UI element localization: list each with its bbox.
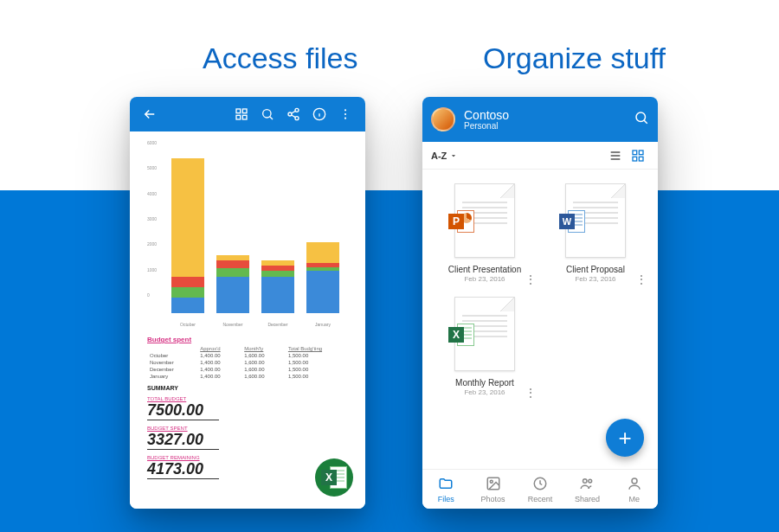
svg-rect-14 bbox=[639, 151, 643, 155]
people-icon bbox=[579, 476, 595, 493]
svg-point-11 bbox=[344, 118, 346, 119]
table-caption: Budget spent bbox=[147, 336, 353, 343]
nav-label: Shared bbox=[575, 495, 600, 503]
svg-point-4 bbox=[263, 110, 271, 118]
table-row: October1,400.001,600.001,500.00 bbox=[147, 352, 353, 359]
file-thumbnail: P bbox=[454, 183, 515, 258]
svg-point-6 bbox=[288, 112, 292, 116]
summary-value: 7500.00 bbox=[147, 401, 219, 420]
nav-recent[interactable]: Recent bbox=[517, 470, 563, 509]
summary-value: 3327.00 bbox=[147, 431, 219, 450]
person-icon bbox=[627, 476, 642, 493]
table-row: December1,400.001,600.001,500.00 bbox=[147, 366, 353, 373]
svg-point-10 bbox=[344, 113, 346, 115]
svg-point-12 bbox=[636, 112, 646, 122]
chart-bar bbox=[306, 242, 339, 313]
nav-label: Recent bbox=[528, 495, 553, 503]
chart-bar bbox=[261, 260, 294, 313]
chart-bar bbox=[171, 158, 204, 313]
budget-table: Approx'dMonth'lyTotal Budg'tingOctober1,… bbox=[147, 345, 353, 380]
nav-label: Files bbox=[438, 495, 454, 503]
file-thumbnail: W bbox=[565, 183, 626, 258]
chart-x-axis: OctoberNovemberDecemberJanuary bbox=[147, 322, 353, 327]
grid-view-icon[interactable] bbox=[229, 101, 254, 127]
nav-label: Photos bbox=[481, 495, 505, 503]
file-more-icon[interactable]: ⋮ bbox=[635, 278, 647, 281]
file-name: Client Presentation bbox=[448, 265, 522, 274]
open-in-excel-button[interactable]: X bbox=[315, 458, 353, 497]
svg-rect-1 bbox=[242, 109, 247, 113]
table-row: November1,400.001,600.001,500.00 bbox=[147, 359, 353, 366]
svg-rect-3 bbox=[242, 115, 247, 119]
svg-point-20 bbox=[583, 478, 588, 483]
summary-title: SUMMARY bbox=[147, 385, 353, 391]
phone-file-preview: 6000500040003000200010000 OctoberNovembe… bbox=[130, 97, 365, 509]
file-thumbnail: X bbox=[454, 297, 515, 371]
file-name: Client Proposal bbox=[566, 265, 625, 274]
nav-me[interactable]: Me bbox=[611, 470, 658, 509]
nav-label: Me bbox=[629, 495, 641, 503]
svg-point-7 bbox=[295, 117, 299, 120]
avatar[interactable] bbox=[431, 107, 455, 131]
info-icon[interactable] bbox=[306, 101, 332, 127]
summary-value: 4173.00 bbox=[147, 460, 219, 479]
file-date: Feb 23, 2016 bbox=[464, 388, 505, 396]
svg-point-9 bbox=[344, 109, 346, 111]
svg-point-18 bbox=[490, 480, 493, 483]
svg-rect-15 bbox=[633, 157, 637, 161]
file-item[interactable]: WClient ProposalFeb 23, 2016⋮ bbox=[542, 178, 649, 288]
search-icon[interactable] bbox=[254, 101, 280, 127]
svg-point-21 bbox=[589, 479, 592, 483]
sort-label: A-Z bbox=[431, 151, 447, 161]
file-date: Feb 23, 2016 bbox=[575, 275, 615, 283]
excel-icon: X bbox=[321, 465, 347, 490]
background-band bbox=[0, 190, 779, 532]
chevron-down-icon bbox=[449, 151, 458, 160]
file-date: Feb 23, 2016 bbox=[464, 275, 505, 283]
clock-icon bbox=[532, 476, 548, 493]
nav-files[interactable]: Files bbox=[422, 470, 469, 509]
budget-chart: 6000500040003000200010000 bbox=[147, 140, 353, 313]
word-icon: W bbox=[559, 208, 585, 234]
spreadsheet-preview[interactable]: 6000500040003000200010000 OctoberNovembe… bbox=[130, 131, 365, 509]
sort-button[interactable]: A-Z bbox=[431, 151, 458, 161]
share-icon[interactable] bbox=[280, 101, 306, 127]
chart-bar bbox=[216, 255, 249, 313]
powerpoint-icon: P bbox=[448, 208, 474, 234]
folder-icon bbox=[438, 476, 454, 493]
nav-shared[interactable]: Shared bbox=[563, 470, 610, 509]
table-row: January1,400.001,600.001,500.00 bbox=[147, 373, 353, 380]
back-button[interactable] bbox=[137, 101, 163, 127]
add-button[interactable]: + bbox=[606, 419, 644, 457]
caption-access-files: Access files bbox=[203, 42, 358, 75]
svg-rect-2 bbox=[236, 115, 241, 119]
svg-rect-16 bbox=[639, 157, 643, 161]
list-view-icon[interactable] bbox=[604, 144, 627, 167]
phone-files-list: Contoso Personal A-Z PClient Presentatio… bbox=[422, 97, 658, 509]
file-name: Monthly Report bbox=[455, 378, 514, 388]
account-switcher[interactable]: Contoso Personal bbox=[464, 109, 634, 131]
preview-toolbar bbox=[130, 97, 365, 131]
svg-point-22 bbox=[632, 478, 637, 484]
file-item[interactable]: XMonthly ReportFeb 23, 2016⋮ bbox=[431, 292, 538, 401]
grid-view-icon[interactable] bbox=[627, 144, 649, 167]
svg-point-5 bbox=[295, 108, 299, 112]
chart-y-axis: 6000500040003000200010000 bbox=[147, 140, 157, 298]
account-name: Contoso bbox=[464, 109, 634, 121]
file-more-icon[interactable]: ⋮ bbox=[525, 278, 537, 281]
svg-rect-13 bbox=[633, 151, 637, 155]
search-icon[interactable] bbox=[634, 110, 649, 129]
list-toolbar: A-Z bbox=[422, 142, 658, 170]
photo-icon bbox=[486, 476, 501, 493]
account-header: Contoso Personal bbox=[422, 97, 658, 142]
overflow-menu-icon[interactable] bbox=[332, 101, 358, 127]
file-item[interactable]: PClient PresentationFeb 23, 2016⋮ bbox=[431, 178, 538, 288]
svg-rect-0 bbox=[236, 109, 241, 113]
nav-photos[interactable]: Photos bbox=[469, 470, 516, 509]
excel-icon: X bbox=[448, 322, 474, 348]
file-more-icon[interactable]: ⋮ bbox=[525, 391, 537, 394]
bottom-nav: FilesPhotosRecentSharedMe bbox=[422, 469, 658, 509]
caption-organize-stuff: Organize stuff bbox=[483, 42, 666, 75]
account-type: Personal bbox=[464, 121, 634, 131]
